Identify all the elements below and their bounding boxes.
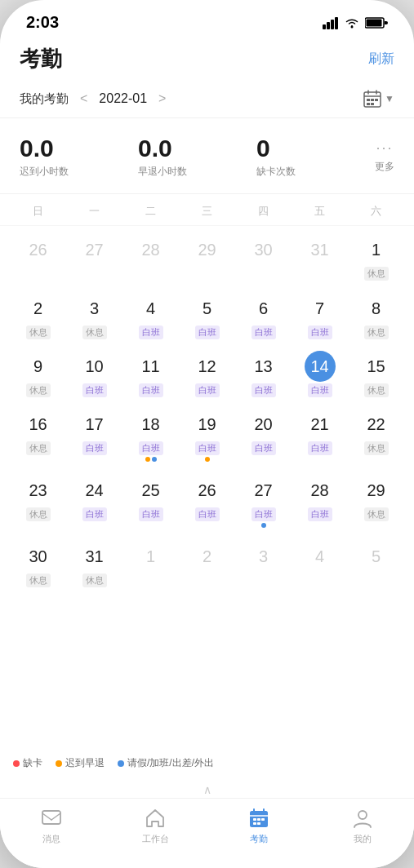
svg-rect-12 bbox=[371, 99, 374, 101]
cal-day-5[interactable]: 5白班 bbox=[179, 290, 235, 343]
cal-day-4-next[interactable]: 4 bbox=[292, 538, 348, 591]
cal-day-15[interactable]: 15休息 bbox=[348, 348, 404, 401]
calendar-dropdown-arrow: ▼ bbox=[385, 93, 394, 104]
cal-day-24[interactable]: 24白班 bbox=[66, 472, 122, 533]
svg-rect-2 bbox=[331, 20, 334, 29]
cal-day-31[interactable]: 31休息 bbox=[66, 538, 122, 591]
cal-day-28[interactable]: 28白班 bbox=[292, 472, 348, 533]
missed-clock-value: 0 bbox=[256, 135, 270, 162]
cal-day-1-next[interactable]: 1 bbox=[122, 538, 179, 591]
nav-workspace[interactable]: 工作台 bbox=[104, 807, 207, 845]
legend-dot-red bbox=[13, 760, 20, 767]
cal-day-29[interactable]: 29休息 bbox=[348, 472, 404, 533]
calendar-week-1: 26 27 28 29 30 31 1休息 bbox=[10, 231, 404, 285]
calendar-week-2: 2休息 3休息 4白班 5白班 6白班 7白班 8休息 bbox=[10, 290, 404, 343]
cal-day-2-next[interactable]: 2 bbox=[179, 538, 235, 591]
attendance-icon bbox=[247, 807, 270, 830]
svg-rect-16 bbox=[42, 811, 60, 824]
message-icon bbox=[40, 807, 63, 830]
more-dots-icon: ··· bbox=[376, 140, 393, 157]
cal-day-22[interactable]: 22休息 bbox=[348, 405, 404, 467]
calendar-week-headers: 日 一 二 三 四 五 六 bbox=[0, 194, 414, 226]
svg-rect-15 bbox=[371, 103, 374, 105]
signal-icon bbox=[323, 16, 339, 29]
svg-point-28 bbox=[358, 811, 367, 819]
cal-day-3[interactable]: 3休息 bbox=[66, 290, 122, 343]
cal-day-28-prev[interactable]: 28 bbox=[122, 231, 179, 285]
cal-day-5-next[interactable]: 5 bbox=[348, 538, 404, 591]
legend-dot-blue bbox=[118, 760, 124, 767]
cal-day-6[interactable]: 6白班 bbox=[235, 290, 292, 343]
cal-day-21[interactable]: 21白班 bbox=[292, 405, 348, 467]
page-title: 考勤 bbox=[20, 45, 62, 73]
collapse-handle[interactable]: ∧ bbox=[0, 778, 414, 798]
svg-rect-3 bbox=[335, 17, 338, 29]
svg-rect-13 bbox=[375, 99, 378, 101]
cal-day-25[interactable]: 25白班 bbox=[122, 472, 179, 533]
early-leave-stat: 0.0 早退小时数 bbox=[138, 135, 256, 179]
cal-day-18[interactable]: 18 白班 bbox=[122, 405, 179, 467]
cal-day-7[interactable]: 7白班 bbox=[292, 290, 348, 343]
calendar-week-6: 30休息 31休息 1 2 3 4 5 bbox=[10, 538, 404, 591]
cal-day-30[interactable]: 30休息 bbox=[10, 538, 66, 591]
cal-day-26[interactable]: 26白班 bbox=[179, 472, 235, 533]
weekday-thu: 四 bbox=[235, 201, 292, 222]
cal-day-13[interactable]: 13白班 bbox=[235, 348, 292, 401]
collapse-arrow-icon: ∧ bbox=[203, 783, 211, 796]
cal-day-27-prev[interactable]: 27 bbox=[66, 231, 122, 285]
prev-month-button[interactable]: < bbox=[77, 91, 91, 106]
calendar-week-3: 9休息 10白班 11白班 12白班 13白班 14白班 15休息 bbox=[10, 348, 404, 401]
cal-day-20[interactable]: 20白班 bbox=[235, 405, 292, 467]
weekday-tue: 二 bbox=[122, 201, 179, 222]
cal-day-3-next[interactable]: 3 bbox=[235, 538, 292, 591]
next-month-button[interactable]: > bbox=[155, 91, 169, 106]
nav-attendance-label: 考勤 bbox=[250, 833, 268, 845]
cal-day-23[interactable]: 23休息 bbox=[10, 472, 66, 533]
calendar-view-button[interactable]: ▼ bbox=[363, 90, 394, 108]
more-stats-button[interactable]: ··· 更多 bbox=[375, 140, 394, 174]
cal-day-29-prev[interactable]: 29 bbox=[179, 231, 235, 285]
cal-day-8[interactable]: 8休息 bbox=[348, 290, 404, 343]
cal-day-10[interactable]: 10白班 bbox=[66, 348, 122, 401]
late-hours-stat: 0.0 迟到小时数 bbox=[20, 135, 138, 179]
cal-day-19[interactable]: 19 白班 bbox=[179, 405, 235, 467]
nav-workspace-label: 工作台 bbox=[142, 833, 169, 845]
cal-day-17[interactable]: 17白班 bbox=[66, 405, 122, 467]
svg-point-4 bbox=[351, 25, 354, 28]
late-hours-value: 0.0 bbox=[20, 135, 54, 162]
cal-day-14[interactable]: 14白班 bbox=[292, 348, 348, 401]
nav-attendance[interactable]: 考勤 bbox=[207, 807, 311, 845]
cal-day-9[interactable]: 9休息 bbox=[10, 348, 66, 401]
legend-dot-orange bbox=[56, 760, 62, 767]
weekday-mon: 一 bbox=[66, 201, 122, 222]
my-attendance-label: 我的考勤 bbox=[20, 91, 69, 107]
cal-day-16[interactable]: 16休息 bbox=[10, 405, 66, 467]
phone-frame: 2:03 考勤 刷新 bbox=[0, 0, 414, 868]
svg-line-17 bbox=[42, 813, 51, 820]
legend-other-label: 请假/加班/出差/外出 bbox=[127, 756, 214, 770]
calendar-week-5: 23休息 24白班 25白班 26白班 27 白班 28白班 29休息 bbox=[10, 472, 404, 533]
refresh-button[interactable]: 刷新 bbox=[368, 51, 394, 68]
cal-day-30-prev[interactable]: 30 bbox=[235, 231, 292, 285]
header: 考勤 刷新 bbox=[0, 38, 414, 83]
bottom-nav: 消息 工作台 bbox=[0, 798, 414, 868]
weekday-sun: 日 bbox=[10, 201, 66, 222]
cal-day-31-prev[interactable]: 31 bbox=[292, 231, 348, 285]
nav-message[interactable]: 消息 bbox=[0, 807, 104, 845]
cal-day-1[interactable]: 1休息 bbox=[348, 231, 404, 285]
cal-day-27[interactable]: 27 白班 bbox=[235, 472, 292, 533]
cal-day-11[interactable]: 11白班 bbox=[122, 348, 179, 401]
cal-day-26-prev[interactable]: 26 bbox=[10, 231, 66, 285]
legend-missed: 缺卡 bbox=[13, 756, 42, 770]
nav-profile-label: 我的 bbox=[354, 833, 372, 845]
cal-day-12[interactable]: 12白班 bbox=[179, 348, 235, 401]
cal-day-2[interactable]: 2休息 bbox=[10, 290, 66, 343]
svg-rect-0 bbox=[323, 24, 326, 29]
wifi-icon bbox=[344, 16, 360, 29]
svg-rect-26 bbox=[253, 822, 256, 825]
cal-day-4[interactable]: 4白班 bbox=[122, 290, 179, 343]
weekday-sat: 六 bbox=[348, 201, 404, 222]
nav-profile[interactable]: 我的 bbox=[310, 807, 414, 845]
legend-late-label: 迟到早退 bbox=[65, 756, 105, 770]
weekday-fri: 五 bbox=[292, 201, 348, 222]
